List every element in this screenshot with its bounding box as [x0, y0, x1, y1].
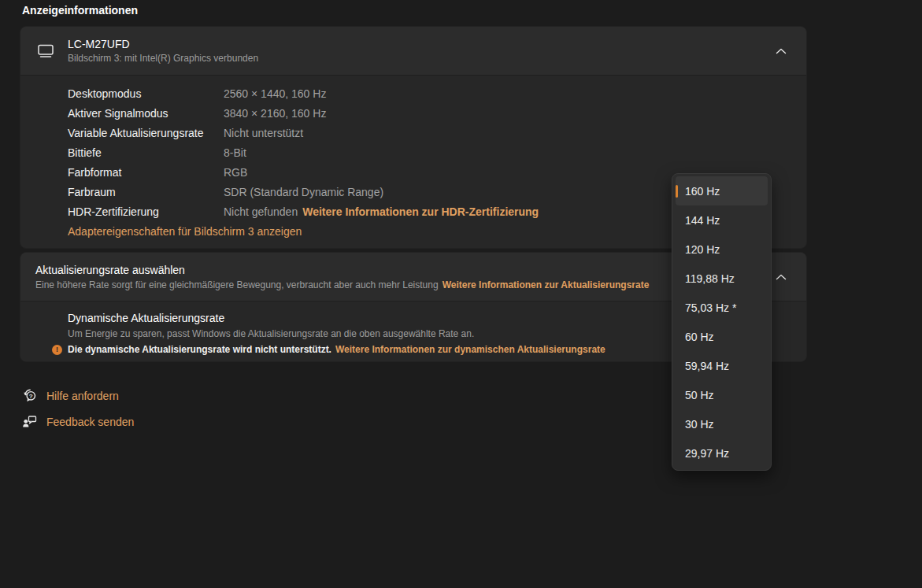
device-name: LC-M27UFD — [68, 38, 258, 50]
info-label: HDR-Zertifizierung — [68, 205, 224, 218]
info-value: RGB — [224, 166, 247, 179]
chevron-up-icon[interactable] — [768, 264, 794, 290]
flyout-option-label: 60 Hz — [685, 331, 714, 343]
info-value: 8-Bit — [224, 146, 246, 159]
info-row: Aktiver Signalmodus 3840 × 2160, 160 Hz — [68, 103, 806, 123]
dynamic-refresh-info-link[interactable]: Weitere Informationen zur dynamischen Ak… — [335, 344, 605, 355]
flyout-option-label: 120 Hz — [685, 243, 720, 256]
refresh-rate-info-link[interactable]: Weitere Informationen zur Aktualisierung… — [442, 279, 650, 290]
flyout-option-50hz[interactable]: 50 Hz — [676, 380, 768, 409]
info-label: Variable Aktualisierungsrate — [68, 127, 224, 139]
flyout-option-label: 59,94 Hz — [685, 360, 729, 372]
info-label: Farbraum — [68, 186, 224, 198]
flyout-option-label: 50 Hz — [685, 389, 714, 401]
hdr-certification-link[interactable]: Weitere Informationen zur HDR-Zertifizie… — [302, 205, 539, 218]
person-feedback-icon — [22, 414, 37, 429]
flyout-option-label: 75,03 Hz * — [685, 301, 736, 314]
flyout-option-120hz[interactable]: 120 Hz — [676, 235, 768, 264]
get-help-link[interactable]: ? Hilfe anfordern — [22, 388, 119, 403]
info-row: Bittiefe 8-Bit — [68, 142, 806, 162]
display-card-header[interactable]: LC-M27UFD Bildschirm 3: mit Intel(R) Gra… — [20, 27, 806, 76]
warning-text: Die dynamische Aktualisierungsrate wird … — [68, 344, 331, 355]
flyout-option-59-94hz[interactable]: 59,94 Hz — [676, 351, 768, 380]
info-warning-icon: ! — [52, 345, 62, 355]
flyout-option-label: 119,88 Hz — [685, 272, 735, 285]
info-value: Nicht unterstützt — [224, 127, 303, 139]
flyout-option-29-97hz[interactable]: 29,97 Hz — [676, 438, 768, 468]
flyout-option-label: 30 Hz — [685, 418, 714, 431]
info-label: Desktopmodus — [68, 87, 224, 100]
info-label: Farbformat — [68, 166, 224, 179]
info-label: Aktiver Signalmodus — [68, 107, 224, 120]
send-feedback-label: Feedback senden — [46, 416, 134, 428]
info-value: 3840 × 2160, 160 Hz — [224, 107, 326, 120]
device-subtitle: Bildschirm 3: mit Intel(R) Graphics verb… — [68, 53, 258, 64]
flyout-option-160hz[interactable]: 160 Hz — [676, 176, 768, 205]
info-row: Desktopmodus 2560 × 1440, 160 Hz — [68, 83, 806, 103]
refresh-rate-description-text: Eine höhere Rate sorgt für eine gleichmä… — [35, 279, 439, 290]
get-help-label: Hilfe anfordern — [46, 390, 119, 402]
flyout-option-119-88hz[interactable]: 119,88 Hz — [676, 264, 768, 293]
refresh-rate-flyout: 160 Hz 144 Hz 120 Hz 119,88 Hz 75,03 Hz … — [672, 173, 772, 471]
help-bubble-icon: ? — [22, 388, 37, 403]
monitor-icon — [37, 43, 54, 58]
flyout-option-75-03hz[interactable]: 75,03 Hz * — [676, 293, 768, 322]
info-value: Nicht gefunden — [224, 205, 298, 218]
flyout-option-label: 144 Hz — [685, 214, 720, 227]
adapter-properties-link[interactable]: Adaptereigenschaften für Bildschirm 3 an… — [68, 225, 302, 238]
flyout-option-30hz[interactable]: 30 Hz — [676, 409, 768, 438]
flyout-option-label: 29,97 Hz — [685, 447, 729, 460]
info-value: 2560 × 1440, 160 Hz — [224, 87, 326, 100]
page-title: Anzeigeinformationen — [22, 4, 138, 17]
flyout-option-144hz[interactable]: 144 Hz — [676, 205, 768, 235]
info-value: SDR (Standard Dynamic Range) — [224, 186, 383, 198]
info-label: Bittiefe — [68, 146, 224, 159]
info-row: Variable Aktualisierungsrate Nicht unter… — [68, 123, 806, 142]
flyout-option-label: 160 Hz — [685, 185, 720, 198]
chevron-up-icon[interactable] — [768, 39, 794, 64]
svg-text:?: ? — [29, 393, 33, 400]
send-feedback-link[interactable]: Feedback senden — [22, 414, 134, 429]
selection-accent-pill — [676, 185, 678, 198]
flyout-option-60hz[interactable]: 60 Hz — [676, 322, 768, 351]
